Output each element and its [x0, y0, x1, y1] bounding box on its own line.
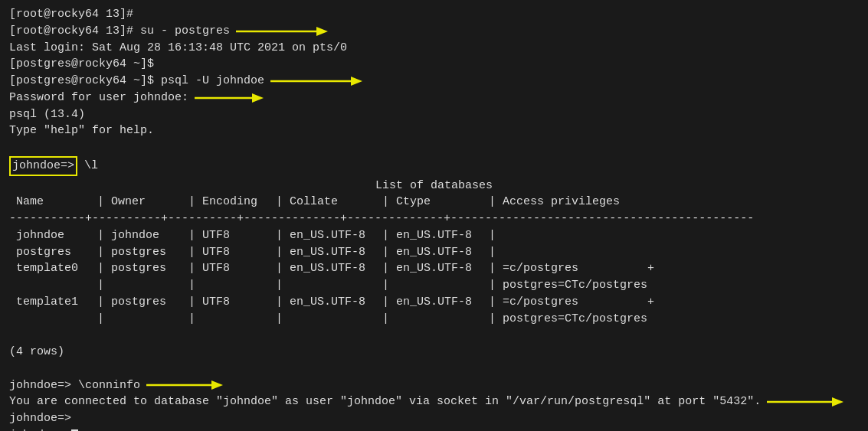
arrow-password [195, 91, 264, 105]
row4-encoding: UTF8 [195, 294, 276, 311]
line-6-text: Password for user johndoe: [9, 90, 188, 106]
svg-marker-7 [211, 380, 223, 390]
line-6: Password for user johndoe: [9, 90, 859, 106]
conninfo-cmd: \conninfo [71, 377, 140, 394]
header-ctype: Ctype [389, 194, 489, 211]
table-row-template1-1: template1 | postgres | UTF8 | en_US.UTF-… [9, 294, 859, 311]
conninfo-result-text: You are connected to database "johndoe" … [9, 393, 761, 410]
header-name: Name [9, 194, 97, 211]
line-2-cmd: su - postgres [133, 23, 230, 40]
line-8: Type "help" for help. [9, 122, 859, 139]
header-owner: Owner [104, 194, 188, 211]
header-access: Access privileges [496, 194, 620, 211]
svg-marker-9 [832, 397, 843, 407]
row4-access1: =c/postgres + [496, 294, 654, 311]
svg-marker-3 [351, 77, 362, 86]
row2-collate: en_US.UTF-8 [283, 244, 382, 261]
row3-encoding: UTF8 [195, 260, 276, 277]
johndoe-prompt-highlight: johndoe=> [9, 156, 77, 176]
line-5-prompt: [postgres@rocky64 ~]$ [9, 73, 154, 90]
table-title: List of databases [9, 178, 859, 194]
row1-ctype: en_US.UTF-8 [389, 227, 489, 244]
row2-ctype: en_US.UTF-8 [389, 244, 489, 261]
line-7: psql (13.4) [9, 106, 859, 123]
row4-collate: en_US.UTF-8 [283, 294, 382, 311]
table-row-template1-2: | | | | | postgres=CTc/postgres [9, 311, 859, 328]
header-collate: Collate [283, 194, 382, 211]
table-row-template0-1: template0 | postgres | UTF8 | en_US.UTF-… [9, 260, 859, 277]
arrow-conninfo [146, 378, 223, 392]
row2-owner: postgres [104, 244, 188, 261]
terminal: [root@rocky64 13]# [root@rocky64 13]# su… [0, 0, 868, 431]
table-row-postgres: postgres | postgres | UTF8 | en_US.UTF-8… [9, 244, 859, 261]
svg-marker-5 [252, 93, 264, 103]
svg-marker-1 [316, 27, 328, 36]
arrow-conninfo-result [767, 395, 843, 409]
line-empty-2 [9, 327, 859, 344]
line-3: Last login: Sat Aug 28 16:13:48 UTC 2021… [9, 40, 859, 57]
row1-collate: en_US.UTF-8 [283, 227, 382, 244]
last-prompt-2: johndoe=> [9, 427, 859, 431]
last-prompt-1: johndoe=> [9, 410, 859, 427]
line-5-cmd: psql -U johndoe [154, 73, 264, 90]
arrow-psql [270, 74, 362, 88]
conninfo-prompt: johndoe=> [9, 377, 71, 394]
line-conninfo-result: You are connected to database "johndoe" … [9, 393, 859, 410]
line-1: [root@rocky64 13]# [9, 6, 859, 23]
row3-access1: =c/postgres + [496, 260, 654, 277]
row1-name: johndoe [9, 227, 97, 244]
line-5: [postgres@rocky64 ~]$ psql -U johndoe [9, 73, 859, 90]
row4-owner: postgres [104, 294, 188, 311]
row1-encoding: UTF8 [195, 227, 276, 244]
database-table: List of databases Name | Owner | Encodin… [9, 178, 859, 328]
line-empty-3 [9, 361, 859, 377]
table-header-row: Name | Owner | Encoding | Collate | Ctyp… [9, 194, 859, 211]
row3-collate: en_US.UTF-8 [283, 260, 382, 277]
line-9-cmd: \l [77, 158, 98, 175]
row4-access2: postgres=CTc/postgres [496, 311, 647, 328]
row3-owner: postgres [104, 260, 188, 277]
row3-name: template0 [9, 260, 97, 277]
last-prompt-2-text: johndoe=> [9, 427, 71, 431]
row4-ctype: en_US.UTF-8 [389, 294, 489, 311]
row3-access2: postgres=CTc/postgres [496, 277, 647, 294]
line-9: johndoe=> \l [9, 156, 859, 176]
line-conninfo-cmd: johndoe=> \conninfo [9, 377, 859, 394]
line-2-prompt: [root@rocky64 13]# [9, 23, 133, 40]
arrow-su [236, 24, 328, 38]
table-row-template0-2: | | | | | postgres=CTc/postgres [9, 277, 859, 294]
row3-ctype: en_US.UTF-8 [389, 260, 489, 277]
line-2: [root@rocky64 13]# su - postgres [9, 23, 859, 40]
line-4: [postgres@rocky64 ~]$ [9, 56, 859, 73]
row2-name: postgres [9, 244, 97, 261]
table-divider: -----------+----------+----------+------… [9, 211, 859, 227]
rows-count: (4 rows) [9, 344, 859, 361]
row1-owner: johndoe [104, 227, 188, 244]
header-encoding: Encoding [195, 194, 276, 211]
line-empty-1 [9, 139, 859, 156]
row2-encoding: UTF8 [195, 244, 276, 261]
row4-name: template1 [9, 294, 97, 311]
table-row-johndoe: johndoe | johndoe | UTF8 | en_US.UTF-8 |… [9, 227, 859, 244]
